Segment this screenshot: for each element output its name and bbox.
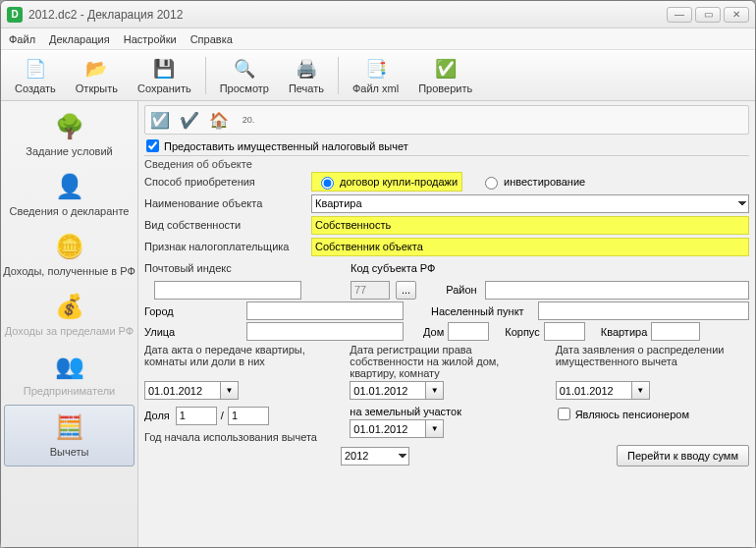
window-title: 2012.dc2 - Декларация 2012 xyxy=(28,8,667,22)
menu-settings[interactable]: Настройки xyxy=(124,33,177,45)
claim-date-input[interactable] xyxy=(556,381,632,400)
radio-investment-label: инвестирование xyxy=(504,176,585,188)
taxpayer-sign-label: Признак налогоплательщика xyxy=(144,241,311,252)
sidebar-label: Доходы, полученные в РФ xyxy=(3,265,135,277)
radio-investment[interactable]: инвестирование xyxy=(480,174,585,190)
reg-date-dropdown[interactable]: ▼ xyxy=(426,381,444,400)
region-label: Код субъекта РФ xyxy=(351,262,435,274)
sidebar: 🌳 Задание условий 👤 Сведения о декларант… xyxy=(1,101,138,547)
maximize-button[interactable]: ▭ xyxy=(695,7,721,23)
check-button[interactable]: ✅ Проверить xyxy=(408,55,482,96)
main-toolbar: 📄 Создать 📂 Открыть 💾 Сохранить 🔍 Просмо… xyxy=(1,50,755,101)
open-button[interactable]: 📂 Открыть xyxy=(66,55,128,96)
preview-button[interactable]: 🔍 Просмотр xyxy=(210,55,279,96)
act-date-dropdown[interactable]: ▼ xyxy=(221,381,239,400)
menu-declaration[interactable]: Декларация xyxy=(49,33,110,45)
menubar: Файл Декларация Настройки Справка xyxy=(1,28,755,50)
check-label: Проверить xyxy=(418,82,472,94)
check-icon: ✅ xyxy=(434,57,458,81)
provide-deduction-label: Предоставить имущественный налоговый выч… xyxy=(164,140,408,152)
radio-purchase-input[interactable] xyxy=(321,177,334,190)
sidebar-item-conditions[interactable]: 🌳 Задание условий xyxy=(1,105,137,165)
reg-date-input[interactable] xyxy=(350,381,426,400)
district-input[interactable] xyxy=(485,281,749,300)
sidebar-label: Сведения о декларанте xyxy=(10,205,130,217)
print-label: Печать xyxy=(289,82,324,94)
tab-property-icon[interactable]: 🏠 xyxy=(205,107,233,133)
save-button[interactable]: 💾 Сохранить xyxy=(128,55,201,96)
preview-label: Просмотр xyxy=(220,82,269,94)
sidebar-item-deductions[interactable]: 🧮 Вычеты xyxy=(4,405,135,466)
radio-purchase-label: договор купли-продажи xyxy=(340,176,458,188)
house-input[interactable] xyxy=(448,322,489,341)
main-panel: ☑️ ✔️ 🏠 20. Предоставить имущественный н… xyxy=(138,101,755,547)
act-date-input[interactable] xyxy=(144,381,221,400)
street-label: Улица xyxy=(144,326,243,338)
region-lookup-button[interactable]: ... xyxy=(396,281,416,300)
sidebar-item-income-abroad: 💰 Доходы за пределами РФ xyxy=(1,285,137,345)
zip-label: Почтовый индекс xyxy=(144,262,311,274)
tab-page-icon[interactable]: 20. xyxy=(235,107,262,133)
claim-date-dropdown[interactable]: ▼ xyxy=(632,381,650,400)
zip-input[interactable] xyxy=(154,281,301,300)
ownership-kind-label: Вид собственности xyxy=(144,219,311,231)
close-button[interactable]: ✕ xyxy=(724,7,749,23)
city-input[interactable] xyxy=(246,301,404,320)
new-file-icon: 📄 xyxy=(24,57,47,81)
titlebar: D 2012.dc2 - Декларация 2012 — ▭ ✕ xyxy=(1,1,755,28)
radio-purchase[interactable]: договор купли-продажи xyxy=(311,172,462,192)
xml-button[interactable]: 📑 Файл xml xyxy=(343,55,408,96)
goto-sums-button[interactable]: Перейти к вводу сумм xyxy=(617,445,749,466)
save-label: Сохранить xyxy=(137,82,191,94)
house-label: Дом xyxy=(423,326,444,338)
share-label: Доля xyxy=(144,410,170,421)
acquisition-label: Способ приобретения xyxy=(144,176,311,188)
share-denominator-input[interactable] xyxy=(228,407,269,425)
sidebar-item-entrepreneurs: 👥 Предприниматели xyxy=(1,345,137,405)
xml-label: Файл xml xyxy=(352,82,399,94)
preview-icon: 🔍 xyxy=(233,57,256,81)
town-label: Населенный пункт xyxy=(431,305,524,317)
share-numerator-input[interactable] xyxy=(176,407,217,425)
xml-file-icon: 📑 xyxy=(364,57,388,81)
act-date-label: Дата акта о передаче квартиры, комнаты и… xyxy=(144,344,338,379)
city-label: Город xyxy=(144,305,243,317)
street-input[interactable] xyxy=(246,322,404,341)
print-button[interactable]: 🖨️ Печать xyxy=(279,55,334,96)
create-button[interactable]: 📄 Создать xyxy=(5,55,66,96)
diskette-icon: 💾 xyxy=(152,57,176,81)
person-icon: 👤 xyxy=(54,171,85,202)
radio-investment-input[interactable] xyxy=(485,177,498,190)
town-input[interactable] xyxy=(538,301,749,320)
pensioner-label: Являюсь пенсионером xyxy=(575,409,689,420)
tab-social-icon[interactable]: ✔️ xyxy=(176,107,203,133)
year-select[interactable]: 2012 xyxy=(341,447,409,466)
sidebar-item-declarant[interactable]: 👤 Сведения о декларанте xyxy=(1,165,137,225)
sidebar-item-income-rf[interactable]: 🪙 Доходы, полученные в РФ xyxy=(1,225,137,285)
ownership-kind-select[interactable]: Собственность xyxy=(311,216,749,235)
pensioner-checkbox-row[interactable]: Являюсь пенсионером xyxy=(558,408,749,420)
object-name-label: Наименование объекта xyxy=(144,197,311,209)
taxpayer-sign-select[interactable]: Собственник объекта xyxy=(311,238,749,256)
land-date-input[interactable] xyxy=(350,419,426,438)
pensioner-checkbox[interactable] xyxy=(558,408,570,420)
land-date-dropdown[interactable]: ▼ xyxy=(426,419,444,438)
menu-help[interactable]: Справка xyxy=(190,33,233,45)
open-folder-icon: 📂 xyxy=(84,57,108,81)
calculator-icon: 🧮 xyxy=(54,411,85,443)
sidebar-label: Доходы за пределами РФ xyxy=(5,325,134,337)
tab-standard-icon[interactable]: ☑️ xyxy=(146,107,174,133)
open-label: Открыть xyxy=(76,82,118,94)
businessman-icon: 👥 xyxy=(54,351,85,382)
toolbar-separator xyxy=(205,57,206,94)
menu-file[interactable]: Файл xyxy=(9,33,35,45)
group-title: Сведения об объекте xyxy=(144,158,749,170)
minimize-button[interactable]: — xyxy=(667,7,692,23)
sidebar-label: Вычеты xyxy=(50,446,89,458)
object-name-select[interactable]: Квартира xyxy=(311,194,749,213)
flat-input[interactable] xyxy=(651,322,700,341)
provide-deduction-checkbox[interactable] xyxy=(146,139,159,152)
building-input[interactable] xyxy=(544,322,585,341)
money-bag-icon: 💰 xyxy=(54,291,85,322)
share-separator: / xyxy=(217,410,228,421)
